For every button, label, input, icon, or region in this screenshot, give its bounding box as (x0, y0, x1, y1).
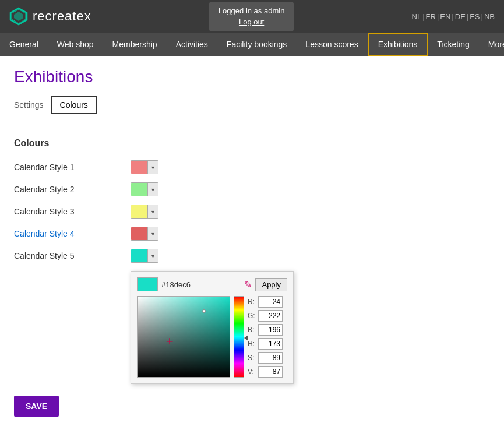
slider-h: H: (248, 338, 283, 350)
slider-s: S: (248, 352, 283, 364)
picker-hex: #18dec6 (161, 280, 241, 289)
color-picker-btn-2[interactable]: ▾ (131, 182, 158, 196)
r-label: R: (248, 298, 256, 306)
color-picker-btn-3[interactable]: ▾ (131, 205, 158, 219)
picker-gradient[interactable]: + (137, 296, 230, 378)
picker-dot (202, 309, 206, 313)
color-swatch-4 (131, 227, 147, 240)
lang-en[interactable]: EN (440, 12, 450, 21)
colours-title: Colours (14, 138, 490, 149)
divider (14, 126, 490, 126)
color-arrow-4: ▾ (147, 227, 158, 240)
logo-icon (9, 7, 28, 26)
s-input[interactable] (258, 352, 283, 364)
nav-exhibitions[interactable]: Exhibitions (368, 33, 428, 56)
color-swatch-1 (131, 161, 147, 174)
slider-v: V: (248, 366, 283, 378)
h-label: H: (248, 340, 256, 348)
user-info-line1: Logged in as admin (218, 5, 284, 17)
color-label-3: Calendar Style 3 (14, 207, 131, 216)
color-swatch-3 (131, 205, 147, 218)
colours-section: Colours Calendar Style 1 ▾ Calendar Styl… (14, 138, 490, 384)
nav-activities[interactable]: Activities (167, 33, 217, 56)
b-label: B: (248, 326, 256, 334)
picker-sliders: R: G: B: H: (248, 296, 283, 378)
v-input[interactable] (258, 366, 283, 378)
color-arrow-2: ▾ (147, 183, 158, 196)
slider-b: B: (248, 324, 283, 336)
picker-preview (137, 277, 158, 291)
edit-pencil-icon[interactable]: ✎ (244, 279, 252, 290)
logo: recreatex (9, 7, 91, 26)
color-swatch-2 (131, 183, 147, 196)
user-info: Logged in as admin Log out (209, 2, 294, 31)
settings-label: Settings (14, 100, 44, 110)
language-bar: NL| FR| EN| DE| ES| NB (412, 12, 495, 21)
color-picker-btn-4[interactable]: ▾ (131, 227, 158, 241)
nav-general[interactable]: General (0, 33, 48, 56)
top-bar: recreatex Logged in as admin Log out NL|… (0, 0, 504, 33)
tab-colours[interactable]: Colours (51, 96, 97, 114)
color-row-4: Calendar Style 4 ▾ (14, 227, 490, 241)
nav-webshop[interactable]: Web shop (48, 33, 103, 56)
nav-bar: General Web shop Membership Activities F… (0, 33, 504, 56)
page-title: Exhibitions (14, 68, 490, 86)
picker-body: + R: G: (137, 296, 287, 378)
r-input[interactable] (258, 296, 283, 308)
save-button[interactable]: SAVE (14, 396, 59, 417)
lang-nl[interactable]: NL (412, 12, 422, 21)
nav-ticketing[interactable]: Ticketing (428, 33, 479, 56)
g-input[interactable] (258, 310, 283, 322)
s-label: S: (248, 354, 256, 362)
nav-more-modules[interactable]: More modules (479, 33, 504, 56)
hue-arrow-indicator (244, 335, 248, 341)
logout-link[interactable]: Log out (239, 16, 264, 28)
page-content: Exhibitions Settings Colours Colours Cal… (0, 56, 504, 444)
nav-membership[interactable]: Membership (103, 33, 167, 56)
color-arrow-5: ▾ (147, 249, 158, 262)
color-arrow-1: ▾ (147, 161, 158, 174)
color-row-1: Calendar Style 1 ▾ (14, 160, 490, 174)
color-picker-btn-1[interactable]: ▾ (131, 160, 158, 174)
nav-facility-bookings[interactable]: Facility bookings (217, 33, 297, 56)
slider-g: G: (248, 310, 283, 322)
v-label: V: (248, 368, 256, 376)
slider-r: R: (248, 296, 283, 308)
lang-es[interactable]: ES (470, 12, 480, 21)
logo-text: recreatex (33, 9, 91, 24)
color-arrow-3: ▾ (147, 205, 158, 218)
picker-hue-slider[interactable] (234, 296, 244, 378)
color-row-3: Calendar Style 3 ▾ (14, 205, 490, 219)
color-swatch-5 (131, 249, 147, 262)
color-label-2: Calendar Style 2 (14, 185, 131, 194)
h-input[interactable] (258, 338, 283, 350)
lang-nb[interactable]: NB (484, 12, 495, 21)
svg-marker-1 (14, 12, 23, 21)
color-row-2: Calendar Style 2 ▾ (14, 182, 490, 196)
color-picker-panel: #18dec6 ✎ Apply + (131, 271, 294, 384)
color-picker-popup: #18dec6 ✎ Apply + (131, 271, 490, 384)
lang-de[interactable]: DE (455, 12, 466, 21)
color-picker-btn-5[interactable]: ▾ (131, 249, 158, 263)
picker-crosshair: + (166, 334, 174, 349)
b-input[interactable] (258, 324, 283, 336)
color-label-5: Calendar Style 5 (14, 251, 131, 260)
color-label-4: Calendar Style 4 (14, 229, 131, 238)
sub-tabs: Settings Colours (14, 96, 490, 114)
color-row-5: Calendar Style 5 ▾ (14, 249, 490, 263)
g-label: G: (248, 312, 256, 320)
color-label-1: Calendar Style 1 (14, 163, 131, 172)
nav-lesson-scores[interactable]: Lesson scores (296, 33, 367, 56)
apply-button[interactable]: Apply (255, 278, 287, 291)
lang-fr[interactable]: FR (426, 12, 436, 21)
picker-top-row: #18dec6 ✎ Apply (137, 277, 287, 291)
